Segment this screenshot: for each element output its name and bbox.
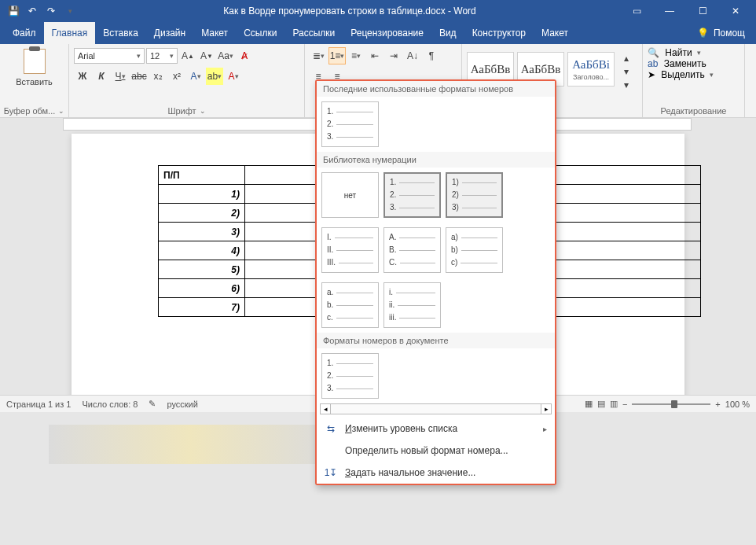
group-clipboard-label: Буфер обм...⌄ xyxy=(0,105,68,116)
scroll-right-icon[interactable]: ▸ xyxy=(541,403,552,414)
tab-table-layout[interactable]: Макет xyxy=(534,22,576,44)
italic-button[interactable]: К xyxy=(93,68,110,85)
menu-define-format[interactable]: Определить новый формат номера... xyxy=(317,440,555,462)
status-page[interactable]: Страница 1 из 1 xyxy=(6,400,71,409)
shrink-font-button[interactable]: A▼ xyxy=(198,47,215,64)
tab-mailings[interactable]: Рассылки xyxy=(284,22,343,44)
tab-file[interactable]: Файл xyxy=(5,22,44,44)
superscript-button[interactable]: x² xyxy=(168,68,185,85)
document-title: Как в Ворде пронумеровать строки в табли… xyxy=(79,6,621,17)
table-cell[interactable]: 4) xyxy=(159,241,245,260)
paste-button[interactable]: Вставить xyxy=(5,47,64,88)
ribbon-tabs: Файл Главная Вставка Дизайн Макет Ссылки… xyxy=(0,22,756,44)
group-clipboard: Вставить Буфер обм...⌄ xyxy=(0,44,69,117)
table-cell[interactable]: 7) xyxy=(159,298,245,317)
table-cell[interactable]: 2) xyxy=(159,204,245,223)
subscript-button[interactable]: x₂ xyxy=(149,68,167,85)
menu-set-value[interactable]: 1↧ Задать начальное значение... xyxy=(317,462,555,484)
increase-indent-button[interactable]: ⇥ xyxy=(385,47,402,64)
numbering-tile[interactable]: a. b. c. xyxy=(321,282,379,328)
redo-button[interactable]: ↷ xyxy=(42,2,60,20)
close-button[interactable]: ✕ xyxy=(720,2,751,20)
tab-references[interactable]: Ссылки xyxy=(236,22,284,44)
status-words[interactable]: Число слов: 8 xyxy=(82,400,138,409)
view-web-button[interactable]: ▥ xyxy=(610,399,618,409)
cursor-icon: ➤ xyxy=(648,69,655,80)
status-language[interactable]: русский xyxy=(167,400,197,409)
tab-design[interactable]: Дизайн xyxy=(146,22,193,44)
tab-table-design[interactable]: Конструктор xyxy=(464,22,534,44)
font-size-select[interactable]: 12▾ xyxy=(146,48,178,64)
styles-up[interactable]: ▴ xyxy=(618,52,635,64)
text-effects-button[interactable]: A▾ xyxy=(187,68,204,85)
blank-icon xyxy=(325,444,337,457)
clear-formatting-button[interactable]: A̷ xyxy=(236,47,253,64)
tab-home[interactable]: Главная xyxy=(44,22,96,44)
scroll-left-icon[interactable]: ◂ xyxy=(320,403,331,414)
multilevel-button[interactable]: ≡▾ xyxy=(347,47,365,64)
select-button[interactable]: ➤ Выделить▾ xyxy=(648,69,739,80)
numbering-button[interactable]: 1≡▾ xyxy=(328,47,346,64)
zoom-out-button[interactable]: − xyxy=(622,400,627,409)
zoom-controls: ▦ ▤ ▥ − + 100 % xyxy=(585,399,750,409)
show-marks-button[interactable]: ¶ xyxy=(423,47,440,64)
numbering-tile[interactable]: 1. 2. 3. xyxy=(384,172,441,218)
numbering-tile[interactable]: A. B. C. xyxy=(384,227,441,273)
strike-button[interactable]: abc xyxy=(130,68,148,85)
group-font-label: Шрифт⌄ xyxy=(69,105,304,116)
tell-me[interactable]: 💡 Помощ xyxy=(697,22,756,44)
numbering-tile[interactable]: i. ii. iii. xyxy=(384,282,441,328)
group-font: Arial▾ 12▾ A▲ A▼ Aa▾ A̷ Ж К Ч▾ abc x₂ x²… xyxy=(69,44,305,117)
bold-button[interactable]: Ж xyxy=(74,68,91,85)
styles-more[interactable]: ▾ xyxy=(618,79,635,91)
ribbon-options-button[interactable]: ▭ xyxy=(621,2,652,20)
numbering-section-recent: Последние использованные форматы номеров xyxy=(317,81,555,97)
numbering-tile[interactable]: I. II. III. xyxy=(321,227,379,273)
zoom-slider[interactable] xyxy=(632,403,710,405)
minimize-button[interactable]: — xyxy=(654,2,685,20)
tab-review[interactable]: Рецензирование xyxy=(343,22,431,44)
group-editing: 🔍 Найти▾ ab Заменить ➤ Выделить▾ Редакти… xyxy=(643,44,745,117)
decrease-indent-button[interactable]: ⇤ xyxy=(366,47,384,64)
proofing-icon[interactable]: ✎ xyxy=(149,399,156,409)
save-button[interactable]: 💾 xyxy=(5,2,22,20)
help-label: Помощ xyxy=(714,28,745,39)
styles-down[interactable]: ▾ xyxy=(618,65,635,78)
menu-change-level[interactable]: ⇆ Изменить уровень списка ▸ xyxy=(317,418,555,440)
table-cell[interactable]: 1) xyxy=(159,185,245,204)
numbering-section-document: Форматы номеров в документе xyxy=(317,333,555,348)
numbering-scrollbar[interactable]: ◂ ▸ xyxy=(317,403,555,418)
numbering-tile[interactable]: 1) 2) 3) xyxy=(446,172,503,218)
zoom-value[interactable]: 100 % xyxy=(725,400,750,409)
table-cell[interactable]: 3) xyxy=(159,223,245,241)
header-cell[interactable]: П/П xyxy=(159,166,245,185)
font-color-button[interactable]: A▾ xyxy=(225,68,242,85)
underline-button[interactable]: Ч▾ xyxy=(112,68,129,85)
replace-icon: ab xyxy=(648,58,658,69)
maximize-button[interactable]: ☐ xyxy=(687,2,718,20)
undo-button[interactable]: ↶ xyxy=(24,2,41,20)
sort-button[interactable]: A↓ xyxy=(404,47,421,64)
table-cell[interactable]: 6) xyxy=(159,279,245,298)
change-case-button[interactable]: Aa▾ xyxy=(217,47,234,64)
highlight-button[interactable]: ab▾ xyxy=(206,68,223,85)
style-heading1[interactable]: АаБбВіЗаголово... xyxy=(567,52,615,87)
replace-button[interactable]: ab Заменить xyxy=(648,58,739,69)
bullets-button[interactable]: ≣▾ xyxy=(310,47,327,64)
table-cell[interactable]: 5) xyxy=(159,260,245,279)
numbering-tile[interactable]: 1. 2. 3. xyxy=(321,353,379,399)
find-button[interactable]: 🔍 Найти▾ xyxy=(648,47,739,58)
view-readmode-button[interactable]: ▦ xyxy=(585,399,593,409)
numbering-tile[interactable]: a) b) c) xyxy=(446,227,503,273)
qat-more-button[interactable]: ▾ xyxy=(61,2,79,20)
numbering-tile-none[interactable]: нет xyxy=(321,172,379,218)
numbering-tile[interactable]: 1. 2. 3. xyxy=(321,101,379,147)
tab-layout[interactable]: Макет xyxy=(193,22,236,44)
zoom-in-button[interactable]: + xyxy=(715,400,720,409)
view-print-button[interactable]: ▤ xyxy=(597,399,605,409)
grow-font-button[interactable]: A▲ xyxy=(179,47,196,64)
tab-view[interactable]: Вид xyxy=(431,22,464,44)
font-name-select[interactable]: Arial▾ xyxy=(74,48,145,64)
title-bar: 💾 ↶ ↷ ▾ Как в Ворде пронумеровать строки… xyxy=(0,0,756,22)
tab-insert[interactable]: Вставка xyxy=(95,22,146,44)
